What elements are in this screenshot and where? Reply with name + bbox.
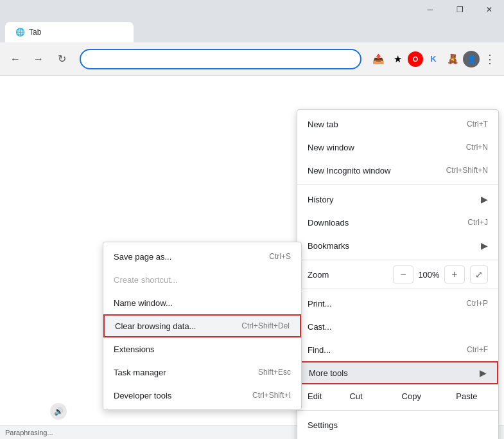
maximize-button[interactable]: ❐ [445,0,474,19]
titlebar: ─ ❐ ✕ [0,0,504,19]
bookmark-icon[interactable]: ★ [388,50,406,68]
forward-button[interactable]: → [28,49,49,69]
back-button[interactable]: ← [5,49,26,69]
status-text: Paraphrasing... [5,429,53,436]
submenu-item-shortcut: Shift+Esc [258,368,291,377]
menu-item-find[interactable]: Find... Ctrl+F [297,338,498,361]
menu-item-label: Find... [308,345,331,355]
menu-separator [297,260,498,260]
main-menu-button[interactable]: ⋮ [481,50,499,68]
menu-item-label: New tab [308,120,338,129]
menu-item-label: Downloads [308,218,349,228]
submenu-item-extensions[interactable]: Extensions [103,337,301,361]
submenu-item-label: Create shortcut... [114,275,178,285]
reload-button[interactable]: ↻ [51,49,72,69]
menu-item-label: New Incognito window [308,166,390,175]
menu-item-settings[interactable]: Settings [297,413,498,436]
submenu-item-label: Save page as... [114,252,171,262]
extensions-icon[interactable]: 🧸 [444,50,462,68]
tab-bar: 🌐 Tab [0,19,504,42]
main-menu: New tab Ctrl+T New window Ctrl+N New Inc… [297,109,499,439]
menu-separator [297,184,498,185]
menu-item-bookmarks[interactable]: Bookmarks ▶ [297,234,498,257]
minimize-button[interactable]: ─ [415,0,445,19]
menu-item-label: History [308,195,333,204]
menu-item-shortcut: Ctrl+T [467,120,488,129]
main-content: 🔊 New tab Ctrl+T New window Ctrl+N New I… [0,76,504,439]
submenu-item-label: Extensions [114,345,155,354]
menu-item-label: Cast... [308,322,332,332]
menu-item-help[interactable]: Help ▶ [297,436,498,439]
submenu-item-dev-tools[interactable]: Developer tools Ctrl+Shift+I [103,384,301,407]
k-icon[interactable]: K [424,50,442,68]
submenu-more-tools: Save page as... Ctrl+S Create shortcut..… [103,242,302,410]
submenu-arrow-icon: ▶ [480,368,487,378]
share-icon[interactable]: 📤 [369,50,387,68]
menu-item-print[interactable]: Print... Ctrl+P [297,292,498,315]
avatar[interactable]: 👤 [463,51,480,67]
submenu-item-label: Developer tools [114,391,171,400]
submenu-item-shortcut: Ctrl+S [269,252,291,261]
toolbar: ← → ↻ 📤 ★ O K 🧸 👤 ⋮ [0,42,504,76]
submenu-item-label: Task manager [114,368,166,377]
menu-separator [297,289,498,289]
submenu-item-create-shortcut[interactable]: Create shortcut... [103,268,301,291]
submenu-item-shortcut: Ctrl+Shift+Del [241,321,290,330]
submenu-arrow-icon: ▶ [481,240,488,251]
edit-row: Edit Cut Copy Paste [297,384,498,408]
menu-item-more-tools[interactable]: More tools ▶ [297,361,498,384]
submenu-item-save-page[interactable]: Save page as... Ctrl+S [103,245,301,268]
zoom-minus-button[interactable]: − [393,265,413,283]
menu-item-label: New window [308,143,354,152]
menu-item-label: More tools [309,368,348,378]
menu-item-new-window[interactable]: New window Ctrl+N [297,136,498,159]
opera-icon[interactable]: O [408,51,423,67]
menu-item-shortcut: Ctrl+Shift+N [446,166,488,175]
submenu-item-clear-data[interactable]: Clear browsing data... Ctrl+Shift+Del [103,314,301,337]
tab-favicon: 🌐 [15,28,25,37]
close-button[interactable]: ✕ [474,0,504,19]
toolbar-right-icons: 📤 ★ O K 🧸 👤 ⋮ [369,50,499,68]
menu-item-new-incognito[interactable]: New Incognito window Ctrl+Shift+N [297,159,498,182]
menu-item-shortcut: Ctrl+P [466,299,488,308]
menu-item-shortcut: Ctrl+F [467,345,488,354]
menu-separator [297,410,498,411]
menu-item-history[interactable]: History ▶ [297,188,498,211]
address-bar[interactable] [80,49,361,69]
active-tab[interactable]: 🌐 Tab [5,22,134,42]
submenu-arrow-icon: ▶ [481,194,488,204]
paste-button[interactable]: Paste [440,387,493,405]
menu-item-downloads[interactable]: Downloads Ctrl+J [297,211,498,234]
zoom-plus-button[interactable]: + [444,265,465,283]
copy-button[interactable]: Copy [385,387,438,405]
zoom-control-row: Zoom − 100% + ⤢ [297,263,498,286]
submenu-item-task-manager[interactable]: Task manager Shift+Esc [103,361,301,384]
cut-button[interactable]: Cut [329,387,382,405]
titlebar-buttons: ─ ❐ ✕ [415,0,504,19]
submenu-item-label: Name window... [114,298,173,308]
zoom-value: 100% [413,270,444,280]
tab-title: Tab [29,28,41,37]
menu-item-shortcut: Ctrl+J [467,218,488,227]
fullscreen-button[interactable]: ⤢ [470,265,488,283]
submenu-item-name-window[interactable]: Name window... [103,291,301,314]
submenu-item-label: Clear browsing data... [115,321,196,331]
edit-label: Edit [302,391,327,401]
menu-item-label: Bookmarks [308,241,349,251]
menu-item-label: Settings [308,420,338,430]
submenu-item-shortcut: Ctrl+Shift+I [252,391,291,400]
zoom-label: Zoom [308,270,393,280]
menu-item-shortcut: Ctrl+N [466,143,488,152]
scroll-indicator: 🔊 [50,403,67,420]
menu-item-label: Print... [308,299,332,309]
menu-item-new-tab[interactable]: New tab Ctrl+T [297,112,498,136]
menu-item-cast[interactable]: Cast... [297,315,498,338]
